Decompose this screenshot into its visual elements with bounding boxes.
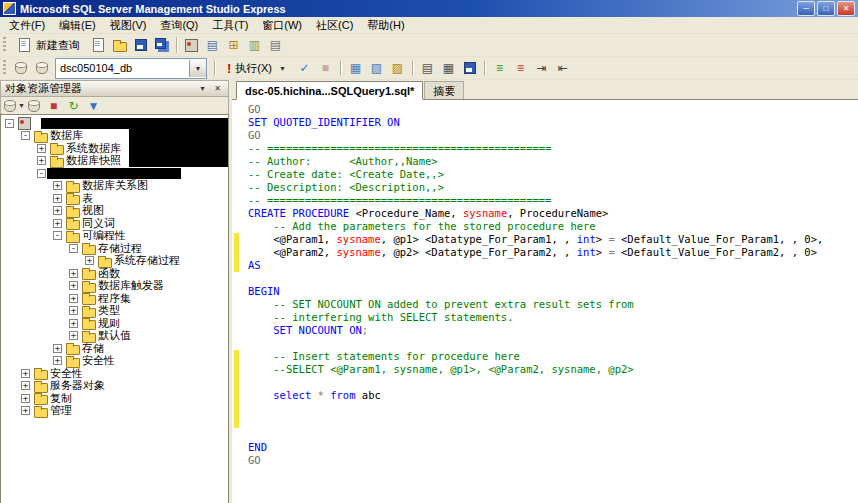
new-database-engine-query-icon[interactable] [88,35,109,55]
minimize-button[interactable]: ─ [797,1,815,16]
expand-icon[interactable]: + [69,281,78,290]
show-estimated-plan-icon[interactable]: ▦ [345,58,366,78]
properties-window-icon[interactable]: ▤ [265,35,286,55]
menu-item[interactable]: 文件(F) [2,17,52,34]
maximize-button[interactable]: □ [817,1,835,16]
code-text: GO [248,129,261,142]
collapse-icon[interactable]: - [69,244,78,253]
tree-item-安全性[interactable]: +安全性 [1,367,228,380]
tree-item-数据库关系图[interactable]: +数据库关系图 [1,180,228,193]
close-button[interactable]: ✕ [837,1,855,16]
window-controls: ─□✕ [797,1,855,16]
collapse-icon[interactable]: - [53,231,62,240]
indent-icon[interactable]: ⇥ [531,58,552,78]
expand-icon[interactable]: + [69,306,78,315]
stop-process-icon[interactable]: ■ [44,98,63,114]
refresh-icon[interactable]: ↻ [64,98,83,114]
toolbar-grip[interactable] [3,60,6,76]
expand-icon[interactable]: + [53,356,62,365]
tree-item-服务器对象[interactable]: +服务器对象 [1,380,228,393]
parse-query-icon[interactable]: ✓ [294,58,315,78]
menu-item[interactable]: 查询(Q) [153,17,205,34]
connect-icon[interactable] [10,58,31,78]
menu-item[interactable]: 社区(C) [309,17,360,34]
tree-item-安全性[interactable]: +安全性 [1,355,228,368]
expand-icon[interactable]: + [85,256,94,265]
expand-icon[interactable]: + [53,194,62,203]
code-line: CREATE PROCEDURE <Procedure_Name, sysnam… [232,207,858,220]
expand-icon[interactable]: + [53,344,62,353]
menu-item[interactable]: 编辑(E) [52,17,103,34]
menu-item[interactable]: 工具(T) [205,17,255,34]
save-all-icon[interactable] [151,35,172,55]
filter-icon[interactable]: ▼ [84,98,103,114]
new-query-button[interactable]: 新建查询 [10,35,87,55]
tree-item-管理[interactable]: +管理 [1,405,228,418]
expand-icon[interactable]: + [37,156,46,165]
toolbar-separator [340,60,341,76]
tree-item-复制[interactable]: +复制 [1,392,228,405]
expand-icon[interactable]: + [69,319,78,328]
menu-item[interactable]: 视图(V) [103,17,154,34]
design-query-icon: ▧ [371,62,382,74]
execute-dropdown-icon[interactable]: ▼ [279,65,286,72]
summary-page-icon[interactable]: ▤ [202,35,223,55]
menu-item[interactable]: 帮助(H) [360,17,411,34]
sql-code-editor[interactable]: GOSET QUOTED_IDENTIFIER ONGO-- =========… [232,100,858,503]
combo-dropdown-icon[interactable]: ▼ [189,60,206,77]
comment-icon[interactable]: ≡ [489,58,510,78]
template-explorer-icon[interactable]: ▥ [244,35,265,55]
selection-margin [234,207,239,220]
collapse-icon[interactable]: - [21,131,30,140]
window-position-icon[interactable]: ▾ [196,83,209,95]
object-explorer-tree[interactable]: --数据库+系统数据库+数据库快照-+数据库关系图+表+视图+同义词-可编程性-… [0,114,229,503]
tree-item-表[interactable]: +表 [1,192,228,205]
code-text: CREATE PROCEDURE <Procedure_Name, sysnam… [248,207,608,220]
change-tracking-bar [234,363,239,376]
connect-button[interactable]: ▼ [4,98,23,114]
expand-icon[interactable]: + [21,369,30,378]
outdent-icon[interactable]: ⇤ [552,58,573,78]
toolbar-grip[interactable] [3,37,6,53]
code-line: <@Param1, sysname, @p1> <Datatype_For_Pa… [232,233,858,246]
menu-item[interactable]: 窗口(W) [255,17,309,34]
code-line: AS [232,259,858,272]
specify-template-values-icon[interactable]: ▨ [387,58,408,78]
save-icon[interactable] [130,35,151,55]
results-to-grid-icon[interactable]: ▦ [438,58,459,78]
uncomment-icon[interactable]: ≡ [510,58,531,78]
change-connection-icon[interactable] [31,58,52,78]
results-to-file-icon[interactable] [459,58,480,78]
registered-servers-icon[interactable] [181,35,202,55]
expand-icon[interactable]: + [21,394,30,403]
disconnect-icon[interactable] [24,98,43,114]
expand-icon[interactable]: + [21,406,30,415]
open-file-icon[interactable] [109,35,130,55]
expand-icon[interactable]: + [69,269,78,278]
expand-icon[interactable]: + [37,144,46,153]
cancel-query-icon[interactable]: ■ [315,58,336,78]
results-to-text-icon[interactable]: ▤ [417,58,438,78]
collapse-icon[interactable]: - [5,119,14,128]
properties-window-icon: ▤ [270,39,281,51]
object-explorer-panel: 对象资源管理器 ▾✕ ▼■↻▼ --数据库+系统数据库+数据库快照-+数据库关系… [0,80,229,503]
execute-button[interactable]: ! 执行(X) ▼ [220,58,293,78]
expand-icon[interactable]: + [69,294,78,303]
expand-icon[interactable]: + [53,206,62,215]
design-query-icon[interactable]: ▧ [366,58,387,78]
tree-item-默认值[interactable]: +默认值 [1,330,228,343]
database-combo[interactable]: dsc050104_db ▼ [55,58,207,79]
expand-icon[interactable]: + [53,181,62,190]
close-panel-icon[interactable]: ✕ [211,83,224,95]
tab-summary[interactable]: 摘要 [424,81,464,99]
expand-icon[interactable]: + [21,381,30,390]
tab-sql-query[interactable]: dsc-05.hichina...SQLQuery1.sql* [236,81,423,100]
selection-margin [234,220,239,233]
collapse-icon[interactable]: - [37,169,46,178]
expand-icon[interactable]: + [53,219,62,228]
code-line [232,428,858,441]
object-explorer-icon[interactable]: ⊞ [223,35,244,55]
expand-icon[interactable]: + [69,331,78,340]
folder-icon [97,254,112,268]
redaction-blob [41,118,229,129]
